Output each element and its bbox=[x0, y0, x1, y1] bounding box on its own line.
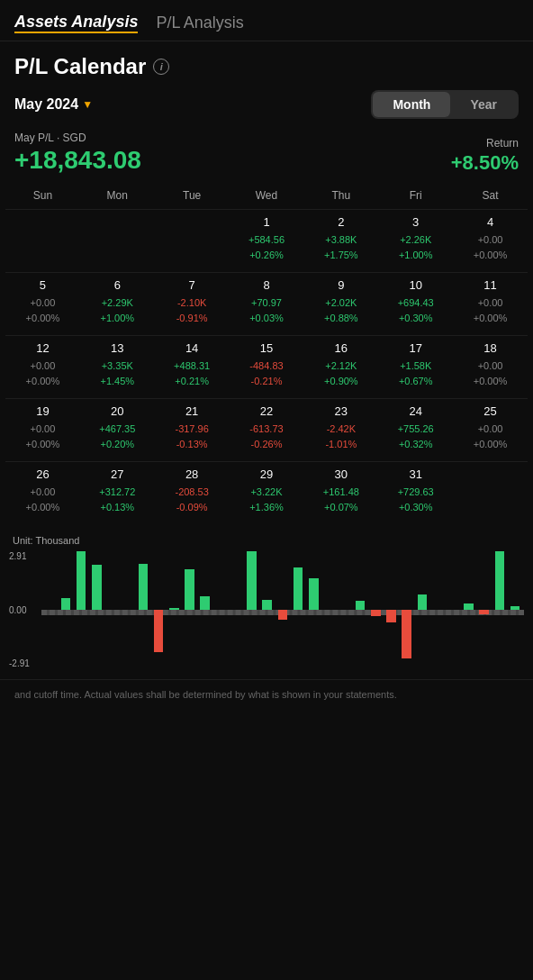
calendar-cell[interactable]: 1+584.56+0.26% bbox=[230, 209, 304, 272]
calendar-cell[interactable]: 17+1.58K+0.67% bbox=[378, 335, 453, 398]
day-number: 29 bbox=[233, 467, 301, 481]
page-title-row: P/L Calendar i bbox=[0, 41, 533, 85]
month-selector[interactable]: May 2024 ▼ bbox=[14, 96, 93, 113]
calendar-cell[interactable]: 12+0.00+0.00% bbox=[5, 335, 80, 398]
day-pct-value: -0.13% bbox=[158, 437, 226, 452]
view-toggle-group: Month Year bbox=[371, 90, 519, 119]
calendar-cell[interactable]: 23-2.42K-1.01% bbox=[303, 398, 378, 461]
day-pl-value: +0.00 bbox=[456, 358, 524, 374]
chart-section: Unit: Thousand 2.91 0.00 -2.91 bbox=[0, 524, 533, 674]
bar-positive bbox=[92, 565, 102, 610]
calendar-cell[interactable]: 9+2.02K+0.88% bbox=[303, 272, 378, 335]
calendar-weekday-thu: Thu bbox=[303, 189, 378, 202]
day-pl-value: -2.42K bbox=[307, 422, 375, 437]
bar-positive bbox=[61, 598, 71, 610]
calendar-cell[interactable]: 4+0.00+0.00% bbox=[453, 209, 528, 272]
calendar-cell[interactable]: 26+0.00+0.00% bbox=[5, 461, 80, 524]
calendar-cell[interactable]: 14+488.31+0.21% bbox=[155, 335, 230, 398]
day-pl-value: +70.97 bbox=[233, 295, 301, 311]
day-pct-value: +0.00% bbox=[456, 311, 524, 326]
pl-summary: May P/L · SGD +18,843.08 Return +8.50% bbox=[0, 128, 533, 186]
chart-bar bbox=[167, 551, 181, 668]
day-number: 16 bbox=[307, 341, 375, 355]
day-number: 3 bbox=[382, 215, 449, 229]
bar-positive bbox=[77, 551, 86, 610]
day-pl-value: +2.02K bbox=[307, 295, 375, 311]
calendar-cell[interactable]: 24+755.26+0.32% bbox=[378, 398, 453, 461]
day-pl-value: +0.00 bbox=[456, 232, 524, 248]
dropdown-caret-icon: ▼ bbox=[82, 98, 93, 111]
chart-bar bbox=[260, 551, 274, 668]
calendar-cell[interactable]: 27+312.72+0.13% bbox=[80, 461, 155, 524]
calendar-cell[interactable]: 25+0.00+0.00% bbox=[453, 398, 528, 461]
day-pl-value: +0.00 bbox=[9, 485, 77, 500]
calendar-weekday-mon: Mon bbox=[80, 189, 155, 202]
calendar-cell[interactable]: 20+467.35+0.20% bbox=[80, 398, 155, 461]
calendar-cell[interactable]: 5+0.00+0.00% bbox=[5, 272, 80, 335]
bar-negative bbox=[386, 610, 396, 622]
calendar-cell[interactable]: 15-484.83-0.21% bbox=[230, 335, 304, 398]
chart-bar bbox=[430, 551, 444, 668]
tab-assets-analysis[interactable]: Assets Analysis bbox=[14, 13, 138, 33]
chart-bar bbox=[322, 551, 336, 668]
calendar-cell bbox=[155, 209, 230, 272]
day-pct-value: -0.26% bbox=[233, 437, 301, 452]
bar-positive bbox=[464, 603, 474, 610]
calendar-cell[interactable]: 13+3.35K+1.45% bbox=[80, 335, 155, 398]
chart-bar bbox=[43, 551, 57, 668]
calendar-cell[interactable]: 16+2.12K+0.90% bbox=[303, 335, 378, 398]
calendar-cell[interactable]: 30+161.48+0.07% bbox=[303, 461, 378, 524]
calendar-cell[interactable]: 31+729.63+0.30% bbox=[378, 461, 453, 524]
day-number: 26 bbox=[9, 467, 77, 481]
calendar-cell[interactable]: 21-317.96-0.13% bbox=[155, 398, 230, 461]
chart-bar bbox=[307, 551, 321, 668]
calendar-cell[interactable]: 6+2.29K+1.00% bbox=[80, 272, 155, 335]
calendar-cell[interactable]: 22-613.73-0.26% bbox=[230, 398, 304, 461]
calendar-cell[interactable]: 10+694.43+0.30% bbox=[378, 272, 453, 335]
day-pl-value: -317.96 bbox=[158, 422, 226, 437]
chart-bar bbox=[447, 551, 460, 668]
day-pct-value: -0.21% bbox=[233, 374, 301, 389]
calendar-cell[interactable]: 8+70.97+0.03% bbox=[230, 272, 304, 335]
y-label-top: 2.91 bbox=[9, 551, 38, 561]
calendar-cell[interactable]: 3+2.26K+1.00% bbox=[378, 209, 453, 272]
day-pct-value: +1.00% bbox=[382, 248, 449, 263]
day-number: 8 bbox=[233, 278, 301, 292]
calendar-cell[interactable]: 19+0.00+0.00% bbox=[5, 398, 80, 461]
bar-positive bbox=[262, 600, 272, 610]
day-pct-value: +0.90% bbox=[307, 374, 375, 389]
day-number: 2 bbox=[307, 215, 375, 229]
calendar-cell[interactable]: 2+3.88K+1.75% bbox=[303, 209, 378, 272]
calendar-weekday-sat: Sat bbox=[453, 189, 528, 202]
chart-bar bbox=[384, 551, 398, 668]
chart-bars-container bbox=[41, 551, 524, 668]
day-number: 17 bbox=[382, 341, 449, 355]
info-icon[interactable]: i bbox=[153, 59, 169, 75]
calendar-cell[interactable]: 11+0.00+0.00% bbox=[453, 272, 528, 335]
day-pct-value: +0.21% bbox=[158, 374, 226, 389]
day-pl-value: -2.10K bbox=[158, 295, 226, 311]
day-pl-value: +694.43 bbox=[382, 295, 449, 311]
calendar-cell[interactable]: 7-2.10K-0.91% bbox=[155, 272, 230, 335]
chart-wrapper: 2.91 0.00 -2.91 bbox=[9, 551, 524, 668]
day-pl-value: +488.31 bbox=[158, 358, 226, 374]
day-pct-value: +0.00% bbox=[9, 374, 77, 389]
day-pct-value: +0.00% bbox=[9, 500, 77, 515]
toggle-month-button[interactable]: Month bbox=[373, 92, 450, 117]
bar-positive bbox=[418, 594, 428, 610]
calendar-cell[interactable]: 28-208.53-0.09% bbox=[155, 461, 230, 524]
day-pl-value: +1.58K bbox=[382, 358, 449, 374]
day-number: 11 bbox=[456, 278, 524, 292]
calendar-cell bbox=[80, 209, 155, 272]
day-number: 21 bbox=[158, 404, 226, 418]
tab-pl-analysis[interactable]: P/L Analysis bbox=[156, 14, 243, 32]
day-pl-value: +3.88K bbox=[307, 232, 375, 248]
chart-unit-label: Unit: Thousand bbox=[9, 535, 524, 546]
day-pct-value: +1.36% bbox=[233, 500, 301, 515]
day-pct-value: +0.67% bbox=[382, 374, 449, 389]
chart-bar bbox=[152, 551, 166, 668]
day-number: 28 bbox=[158, 467, 226, 481]
calendar-cell[interactable]: 29+3.22K+1.36% bbox=[230, 461, 304, 524]
calendar-cell[interactable]: 18+0.00+0.00% bbox=[453, 335, 528, 398]
toggle-year-button[interactable]: Year bbox=[450, 92, 517, 117]
